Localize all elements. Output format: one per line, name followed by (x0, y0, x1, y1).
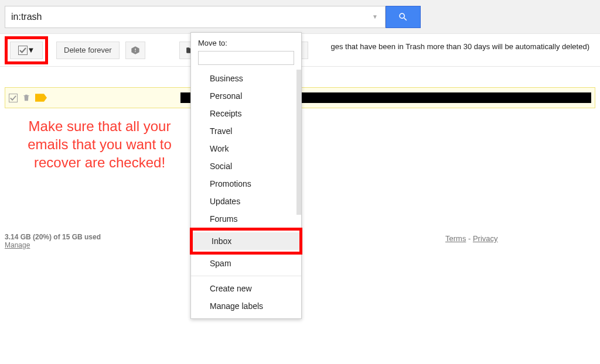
move-to-item-promotions[interactable]: Promotions (191, 175, 301, 193)
move-to-item-work[interactable]: Work (191, 140, 301, 157)
move-to-search-wrap[interactable] (198, 51, 294, 65)
manage-storage-link[interactable]: Manage (5, 241, 30, 249)
row-checkbox-icon[interactable] (9, 94, 18, 102)
search-options-caret[interactable]: ▼ (370, 13, 380, 20)
footer-sep: - (466, 234, 473, 243)
select-all-button[interactable]: ▼ (10, 42, 43, 59)
move-to-item-inbox[interactable]: Inbox (193, 232, 299, 250)
move-to-item-travel[interactable]: Travel (191, 122, 301, 140)
divider (191, 276, 301, 276)
move-to-item-receipts[interactable]: Receipts (191, 105, 301, 122)
search-icon (398, 12, 408, 22)
trash-notice: ges that have been in Trash more than 30… (330, 42, 596, 51)
inbox-highlight: Inbox (190, 228, 302, 255)
delete-forever-button[interactable]: Delete forever (56, 42, 120, 59)
trash-icon[interactable] (22, 93, 30, 102)
move-to-search-input[interactable] (201, 53, 291, 63)
move-to-dropdown: Move to: Business Personal Receipts Trav… (190, 32, 302, 319)
spam-icon (131, 46, 140, 55)
storage-line: 3.14 GB (20%) of 15 GB used (5, 233, 101, 241)
report-spam-button[interactable] (125, 42, 145, 59)
privacy-link[interactable]: Privacy (473, 234, 498, 243)
move-to-header: Move to: (191, 39, 301, 51)
select-all-highlight: ▼ (5, 36, 48, 64)
search-button[interactable] (386, 6, 421, 28)
footer-links: Terms - Privacy (445, 234, 498, 243)
move-to-item-social[interactable]: Social (191, 157, 301, 175)
move-to-item-business[interactable]: Business (191, 70, 301, 87)
checkbox-checked-icon (18, 46, 28, 55)
move-to-item-personal[interactable]: Personal (191, 87, 301, 105)
storage-info: 3.14 GB (20%) of 15 GB used Manage (5, 233, 101, 249)
move-to-item-updates[interactable]: Updates (191, 193, 301, 210)
scrollbar-track[interactable] (296, 70, 301, 215)
svg-rect-0 (18, 46, 27, 54)
move-to-item-forums[interactable]: Forums (191, 210, 301, 228)
search-bar: ▼ (0, 0, 600, 34)
annotation-text: Make sure that all your emails that you … (18, 117, 182, 172)
label-chip-icon (35, 94, 47, 102)
search-input[interactable] (10, 11, 370, 23)
search-input-wrap[interactable]: ▼ (5, 6, 386, 28)
move-to-create-new[interactable]: Create new (191, 280, 301, 297)
terms-link[interactable]: Terms (445, 234, 466, 243)
move-to-manage-labels[interactable]: Manage labels (191, 297, 301, 315)
svg-rect-1 (9, 94, 17, 102)
move-to-list: Business Personal Receipts Travel Work S… (191, 70, 301, 315)
caret-down-icon: ▼ (28, 46, 35, 54)
move-to-item-spam[interactable]: Spam (191, 255, 301, 272)
